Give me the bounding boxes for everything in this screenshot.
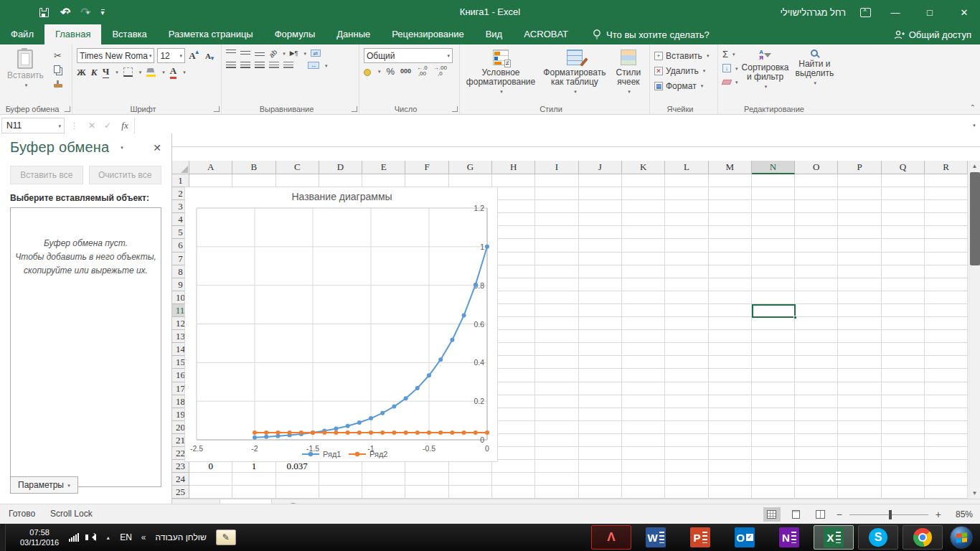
autosum-button[interactable]: Σ [722,49,738,60]
cell-P12[interactable] [838,317,881,330]
cell-L13[interactable] [665,330,708,343]
zoom-level[interactable]: 85% [948,509,973,519]
cell-J14[interactable] [579,343,622,356]
cell-K24[interactable] [622,473,665,486]
format-painter-icon[interactable] [54,84,62,88]
cell-O22[interactable] [795,447,838,460]
number-format-combo[interactable]: Общий [364,48,453,63]
cell-P7[interactable] [838,253,881,265]
cell-P18[interactable] [838,395,881,408]
column-header-A[interactable]: A [189,161,232,174]
cell-R3[interactable] [925,200,968,213]
cell-O20[interactable] [795,421,838,434]
cell-Q9[interactable] [882,278,925,291]
borders-button[interactable] [123,67,133,77]
cell-P23[interactable] [838,460,881,473]
shrink-font-button[interactable]: А▼ [204,49,217,63]
ribbon-tab-Главная[interactable]: Главная [44,24,101,44]
cell-D24[interactable] [319,473,362,486]
align-bottom-button[interactable] [255,50,265,57]
cell-R4[interactable] [925,213,968,226]
cell-K10[interactable] [622,291,665,304]
cell-P8[interactable] [838,265,881,278]
cell-J18[interactable] [579,395,622,408]
close-button[interactable]: ✕ [954,7,974,18]
minimize-button[interactable]: — [885,7,905,18]
cell-F24[interactable] [405,473,448,486]
cell-M23[interactable] [709,460,752,473]
cell-O4[interactable] [795,213,838,226]
cell-H13[interactable] [492,330,535,343]
cell-P4[interactable] [838,213,881,226]
insert-function-icon[interactable]: fx [116,120,134,131]
column-header-G[interactable]: G [449,161,492,174]
font-size-combo[interactable]: 12 [157,48,185,63]
share-button[interactable]: Общий доступ [894,24,971,44]
cell-N7[interactable] [752,253,795,265]
network-icon[interactable] [69,533,79,542]
cell-L15[interactable] [665,356,708,369]
cell-M14[interactable] [709,343,752,356]
collapse-ribbon-icon[interactable]: ⌃ [970,103,976,111]
cell-N25[interactable] [752,486,795,499]
name-box-splitter[interactable]: ⋮ [65,121,84,131]
cell-R8[interactable] [925,265,968,278]
name-box[interactable]: N11 [1,118,65,133]
cell-P5[interactable] [838,226,881,239]
cell-Q11[interactable] [882,304,925,317]
cell-I6[interactable] [535,239,578,252]
cell-H12[interactable] [492,317,535,330]
cell-N21[interactable] [752,434,795,447]
cell-Q21[interactable] [882,434,925,447]
cell-N19[interactable] [752,408,795,421]
bold-button[interactable]: Ж [77,67,86,78]
cell-M12[interactable] [709,317,752,330]
pane-options-button[interactable]: Параметры [10,476,78,494]
percent-style-button[interactable]: % [387,66,395,77]
cell-K5[interactable] [622,226,665,239]
cell-R7[interactable] [925,253,968,265]
cell-K22[interactable] [622,447,665,460]
increase-decimal-button[interactable]: ←.0,00 [417,65,428,77]
cell-H6[interactable] [492,239,535,252]
column-header-M[interactable]: M [709,161,752,174]
cell-R23[interactable] [925,460,968,473]
cell-P24[interactable] [838,473,881,486]
cancel-entry-icon[interactable]: ✕ [84,121,100,131]
scroll-up-icon[interactable]: ▲ [969,161,980,172]
copy-icon[interactable] [54,65,60,73]
taskbar-clock[interactable]: 07:5803/11/2016 [6,527,69,547]
fill-button[interactable]: ↓ [722,63,738,73]
scroll-down-icon[interactable]: ▼ [969,488,980,499]
normal-view-button[interactable] [763,507,781,522]
cell-L10[interactable] [665,291,708,304]
accounting-format-button[interactable] [364,69,371,76]
cell-K7[interactable] [622,253,665,265]
cell-Q3[interactable] [882,200,925,213]
cell-E24[interactable] [362,473,405,486]
cell-P25[interactable] [838,486,881,499]
cell-L17[interactable] [665,382,708,395]
column-header-I[interactable]: I [535,161,578,174]
format-cells-button[interactable]: ▦Формат [654,78,713,93]
cell-I2[interactable] [535,187,578,200]
cell-R17[interactable] [925,382,968,395]
cell-I19[interactable] [535,408,578,421]
zoom-in-button[interactable]: + [936,509,941,520]
align-top-button[interactable] [226,50,236,57]
cell-M19[interactable] [709,408,752,421]
decrease-indent-button[interactable] [269,62,279,70]
cell-O25[interactable] [795,486,838,499]
cell-O14[interactable] [795,343,838,356]
cell-O7[interactable] [795,253,838,265]
cell-Q1[interactable] [882,174,925,187]
cell-J19[interactable] [579,408,622,421]
cell-J9[interactable] [579,278,622,291]
cut-icon[interactable]: ✂ [54,50,62,61]
cell-I1[interactable] [535,174,578,187]
cell-P21[interactable] [838,434,881,447]
cell-styles-button[interactable]: Стили ячеек [612,48,645,98]
cell-I7[interactable] [535,253,578,265]
cell-M16[interactable] [709,369,752,382]
cell-J1[interactable] [579,174,622,187]
